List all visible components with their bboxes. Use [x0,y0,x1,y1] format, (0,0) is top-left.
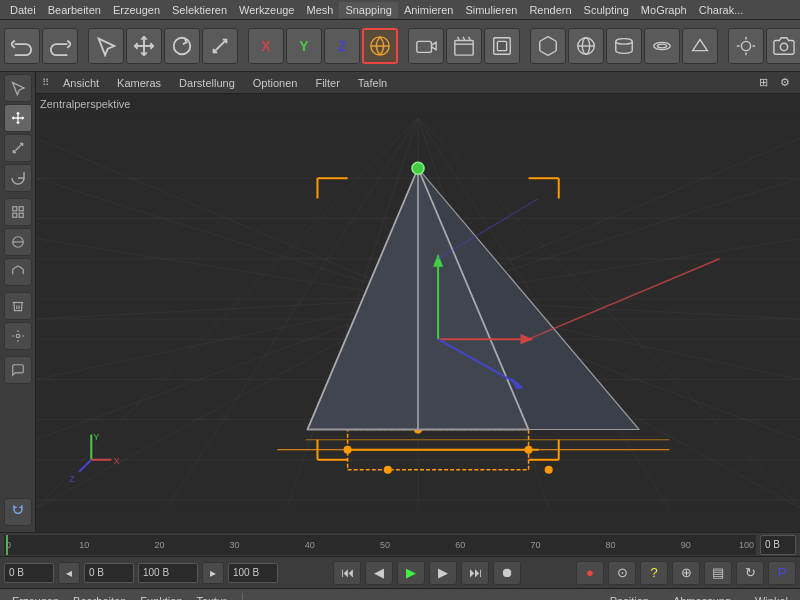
motion-btn[interactable]: ↻ [736,561,764,585]
world-button[interactable] [362,28,398,64]
menu-sculpting[interactable]: Sculpting [578,2,635,18]
menu-simulieren[interactable]: Simulieren [459,2,523,18]
status-erzeugen[interactable]: Erzeugen [8,593,63,601]
statusbar-right: Position Abmessung Winkel [606,593,792,601]
left-btn8[interactable] [4,292,32,320]
svg-rect-28 [19,207,23,211]
left-btn9[interactable] [4,322,32,350]
menu-rendern[interactable]: Rendern [523,2,577,18]
menu-mesh[interactable]: Mesh [300,2,339,18]
frame-field4[interactable]: 100 B [228,563,278,583]
snap-btn[interactable]: ⊕ [672,561,700,585]
svg-text:Z: Z [69,474,75,484]
record-btn[interactable]: ⏺ [493,561,521,585]
vp-expand-btn[interactable]: ⊞ [755,74,772,91]
camera2-button[interactable] [766,28,800,64]
left-btn6[interactable] [4,228,32,256]
left-rotate-btn[interactable] [4,164,32,192]
svg-text:X: X [113,456,119,466]
camera-button[interactable] [408,28,444,64]
timeline-end-frame[interactable]: 0 B [760,535,796,555]
tl-80: 80 [606,540,616,550]
menu-werkzeuge[interactable]: Werkzeuge [233,2,300,18]
scene-svg: Y X Z [36,94,800,532]
frame-next-btn[interactable]: ▸ [202,562,224,584]
tl-50: 50 [380,540,390,550]
viewport[interactable]: ⠿ Ansicht Kameras Darstellung Optionen F… [36,72,800,532]
vp-menu-filter[interactable]: Filter [311,75,343,91]
vp-menu-kameras[interactable]: Kameras [113,75,165,91]
menu-animieren[interactable]: Animieren [398,2,460,18]
timeline-btn[interactable]: ▤ [704,561,732,585]
vp-menu-ansicht[interactable]: Ansicht [59,75,103,91]
z-axis-button[interactable]: Z [324,28,360,64]
vp-menu-darstellung[interactable]: Darstellung [175,75,239,91]
tl-0: 0 [6,540,11,550]
vp-menu-tafeln[interactable]: Tafeln [354,75,391,91]
menu-mograph[interactable]: MoGraph [635,2,693,18]
rotate-button[interactable] [164,28,200,64]
svg-point-17 [657,44,666,48]
render-play-btn[interactable]: P [768,561,796,585]
status-funktion[interactable]: Funktion [136,593,186,601]
left-btn10[interactable] [4,356,32,384]
vp-menu-optionen[interactable]: Optionen [249,75,302,91]
tl-90: 90 [681,540,691,550]
sphere-button[interactable] [568,28,604,64]
keyframe-btn2[interactable]: ⊙ [608,561,636,585]
plane-button[interactable] [682,28,718,64]
svg-point-16 [654,42,671,49]
help-btn[interactable]: ? [640,561,668,585]
menu-snapping[interactable]: Snapping [339,2,398,18]
frame-field2[interactable]: 0 B [84,563,134,583]
status-winkel[interactable]: Winkel [751,593,792,601]
light-button[interactable] [728,28,764,64]
vp-settings-btn[interactable]: ⚙ [776,74,794,91]
toolbar: X Y Z [0,20,800,72]
left-btn7[interactable] [4,258,32,286]
redo-button[interactable] [42,28,78,64]
play-btn[interactable]: ▶ [397,561,425,585]
current-frame-field[interactable]: 0 B [4,563,54,583]
x-axis-button[interactable]: X [248,28,284,64]
menu-erzeugen[interactable]: Erzeugen [107,2,166,18]
scale-button[interactable] [202,28,238,64]
canvas-area[interactable]: Zentralperspektive [36,94,800,532]
left-btn5[interactable] [4,198,32,226]
y-axis-button[interactable]: Y [286,28,322,64]
left-select-btn[interactable] [4,74,32,102]
clapper-button[interactable] [446,28,482,64]
next-frame-btn[interactable]: ▶ [429,561,457,585]
menu-bearbeiten[interactable]: Bearbeiten [42,2,107,18]
svg-rect-4 [417,41,432,52]
frame-field3[interactable]: 100 B [138,563,198,583]
render-region-button[interactable] [484,28,520,64]
menu-datei[interactable]: Datei [4,2,42,18]
status-abmessung[interactable]: Abmessung [669,593,735,601]
torus-button[interactable] [644,28,680,64]
svg-point-18 [741,41,750,50]
prev-frame-btn[interactable]: ◀ [365,561,393,585]
cube-button[interactable] [530,28,566,64]
status-bearbeiten[interactable]: Bearbeiten [69,593,130,601]
tl-10: 10 [79,540,89,550]
goto-start-btn[interactable]: ⏮ [333,561,361,585]
menu-charak[interactable]: Charak... [693,2,750,18]
select-button[interactable] [88,28,124,64]
move-button[interactable] [126,28,162,64]
left-tool-panel [0,72,36,532]
undo-button[interactable] [4,28,40,64]
cylinder-button[interactable] [606,28,642,64]
status-textur[interactable]: Textur [193,593,231,601]
status-divider [242,593,243,601]
menu-selektieren[interactable]: Selektieren [166,2,233,18]
left-move-btn[interactable] [4,104,32,132]
left-magnet-btn[interactable] [4,498,32,526]
timeline-track[interactable]: 0 10 20 30 40 50 60 70 80 90 100 [4,535,756,555]
frame-prev-btn[interactable]: ◂ [58,562,80,584]
left-scale-btn[interactable] [4,134,32,162]
goto-end-btn[interactable]: ⏭ [461,561,489,585]
keyframe-red-btn[interactable]: ● [576,561,604,585]
status-position[interactable]: Position [606,593,653,601]
svg-point-87 [412,162,424,174]
